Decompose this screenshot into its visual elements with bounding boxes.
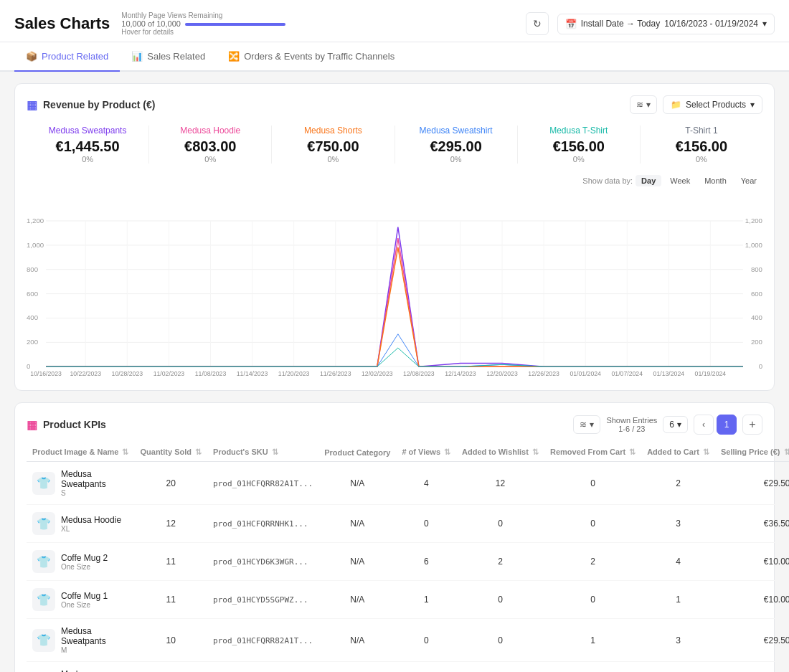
- category-cell: N/A: [318, 581, 396, 619]
- svg-text:0: 0: [27, 362, 30, 370]
- main-content: ▦ Revenue by Product (€) ≋ ▾ 📁 Select Pr…: [0, 72, 789, 672]
- sku-cell: prod_01HCFQRR82A1T...: [207, 462, 318, 505]
- metric-sweatpants: Medusa Sweatpants €1,445.50 0%: [27, 126, 149, 164]
- sort-icon[interactable]: ⇅: [532, 448, 539, 456]
- svg-text:01/07/2024: 01/07/2024: [611, 370, 643, 377]
- kpi-table-header: Product Image & Name ⇅ Quantity Sold ⇅ P…: [27, 443, 789, 462]
- col-views: # of Views ⇅: [396, 443, 456, 462]
- col-product-label: Product Image & Name: [32, 448, 118, 456]
- metric-sweatshirt: Medusa Sweatshirt €295.00 0%: [395, 126, 518, 164]
- category-cell: N/A: [318, 619, 396, 662]
- revenue-card-title: ▦ Revenue by Product (€): [27, 98, 155, 112]
- show-data-by-row: Show data by: Day Week Month Year: [27, 175, 762, 186]
- views-cell: 0: [396, 662, 456, 673]
- price-cell: €29.50: [715, 662, 789, 673]
- tab-sales-related[interactable]: 📊 Sales Related: [120, 42, 217, 72]
- data-by-day[interactable]: Day: [636, 175, 661, 186]
- kpi-card-header: ▦ Product KPIs ≋ ▾ Shown Entries 1-6 / 2…: [27, 415, 762, 435]
- removed-cart-cell: 0: [544, 505, 641, 543]
- revenue-chart-svg: 0 200 400 600 800 1,000 1,200 0 200 400 …: [27, 192, 762, 379]
- removed-cart-cell: 0: [544, 662, 641, 673]
- product-name: Medusa Sweatpants: [61, 469, 128, 489]
- chart-type-button[interactable]: ≋ ▾: [630, 95, 657, 114]
- metric-value-0: €1,445.50: [32, 138, 143, 155]
- svg-text:200: 200: [751, 338, 762, 346]
- svg-text:01/13/2024: 01/13/2024: [653, 370, 685, 377]
- sort-icon[interactable]: ⇅: [272, 448, 278, 456]
- svg-text:12/26/2023: 12/26/2023: [528, 370, 559, 377]
- sort-icon[interactable]: ⇅: [444, 448, 450, 456]
- metric-pct-0: 0%: [32, 155, 143, 164]
- product-name: Coffe Mug 2: [61, 553, 108, 563]
- product-variant: M: [61, 646, 128, 654]
- current-page-button[interactable]: 1: [717, 415, 737, 435]
- page-views-value: 10,000 of 10,000: [121, 19, 181, 28]
- price-cell: €10.00: [715, 543, 789, 581]
- product-variant: XL: [61, 525, 121, 533]
- tab-product-related[interactable]: 📦 Product Related: [14, 42, 120, 72]
- data-by-year[interactable]: Year: [735, 175, 762, 186]
- views-cell: 6: [396, 543, 456, 581]
- svg-text:1,000: 1,000: [27, 241, 44, 249]
- table-row: 👕 Medusa Sweatpants M 10 prod_01HCFQRR82…: [27, 619, 789, 662]
- wishlist-cell: 0: [456, 505, 544, 543]
- prev-page-button[interactable]: ‹: [694, 415, 714, 435]
- added-cart-cell: 1: [641, 581, 715, 619]
- col-price: Selling Price (€) ⇅: [715, 443, 789, 462]
- sort-icon[interactable]: ⇅: [784, 448, 789, 456]
- price-cell: €29.50: [715, 619, 789, 662]
- table-row: 👕 Medusa Sweatpants S 20 prod_01HCFQRR82…: [27, 462, 789, 505]
- svg-text:11/26/2023: 11/26/2023: [320, 370, 351, 377]
- product-variant: S: [61, 489, 128, 497]
- metric-value-2: €750.00: [278, 138, 388, 155]
- kpi-controls: ≋ ▾ Shown Entries 1-6 / 23 6 ▾ ‹ 1 +: [573, 415, 762, 435]
- entries-select[interactable]: 6 ▾: [663, 416, 688, 433]
- product-thumbnail: 👕: [32, 512, 55, 535]
- tab-orders-events-label: Orders & Events by Traffic Channels: [244, 51, 394, 62]
- metric-name-0: Medusa Sweatpants: [32, 126, 143, 136]
- wishlist-cell: 12: [456, 462, 544, 505]
- col-qty: Quantity Sold ⇅: [134, 443, 207, 462]
- page-views-bar-fill: [185, 23, 285, 26]
- revenue-card-header: ▦ Revenue by Product (€) ≋ ▾ 📁 Select Pr…: [27, 95, 762, 114]
- svg-text:12/08/2023: 12/08/2023: [403, 370, 435, 377]
- refresh-button[interactable]: ↻: [526, 12, 549, 35]
- product-metrics-row: Medusa Sweatpants €1,445.50 0% Medusa Ho…: [27, 126, 762, 164]
- metric-pct-2: 0%: [278, 155, 388, 164]
- svg-text:1,000: 1,000: [745, 241, 762, 249]
- data-by-week[interactable]: Week: [664, 175, 696, 186]
- select-products-button[interactable]: 📁 Select Products ▾: [663, 95, 762, 114]
- svg-text:01/01/2024: 01/01/2024: [570, 370, 601, 377]
- data-by-month[interactable]: Month: [699, 175, 732, 186]
- sort-icon[interactable]: ⇅: [122, 448, 128, 456]
- product-thumbnail: 👕: [32, 550, 55, 573]
- views-cell: 1: [396, 581, 456, 619]
- add-column-button[interactable]: +: [742, 415, 762, 435]
- sort-icon[interactable]: ⇅: [195, 448, 202, 456]
- product-cell: 👕 Medusa Sweatpants S: [27, 462, 134, 505]
- kpi-chart-type-button[interactable]: ≋ ▾: [573, 415, 600, 434]
- date-range-button[interactable]: 📅 Install Date → Today 10/16/2023 - 01/1…: [557, 14, 775, 34]
- svg-text:11/20/2023: 11/20/2023: [278, 370, 310, 377]
- metric-tshirt: Medusa T-Shirt €156.00 0%: [518, 126, 641, 164]
- svg-text:12/02/2023: 12/02/2023: [362, 370, 393, 377]
- svg-text:01/19/2024: 01/19/2024: [695, 370, 727, 377]
- tab-orders-events[interactable]: 🔀 Orders & Events by Traffic Channels: [217, 42, 406, 72]
- sort-icon[interactable]: ⇅: [629, 448, 636, 456]
- sku-cell: prod_01HCYD5SGPWZ...: [207, 581, 318, 619]
- price-cell: €36.50: [715, 505, 789, 543]
- removed-cart-cell: 0: [544, 581, 641, 619]
- date-chevron-icon: ▾: [762, 19, 767, 29]
- wishlist-cell: 2: [456, 543, 544, 581]
- header-left: Sales Charts Monthly Page Views Remainin…: [14, 11, 285, 36]
- sort-icon[interactable]: ⇅: [703, 448, 709, 456]
- select-products-chevron: ▾: [750, 100, 755, 110]
- product-variant: One Size: [61, 601, 108, 609]
- wishlist-cell: 0: [456, 619, 544, 662]
- revenue-chart-icon: ▦: [27, 98, 37, 112]
- tab-product-related-label: Product Related: [42, 51, 108, 62]
- wishlist-cell: 0: [456, 581, 544, 619]
- added-cart-cell: 2: [641, 462, 715, 505]
- svg-text:11/14/2023: 11/14/2023: [237, 370, 268, 377]
- svg-text:600: 600: [751, 290, 762, 298]
